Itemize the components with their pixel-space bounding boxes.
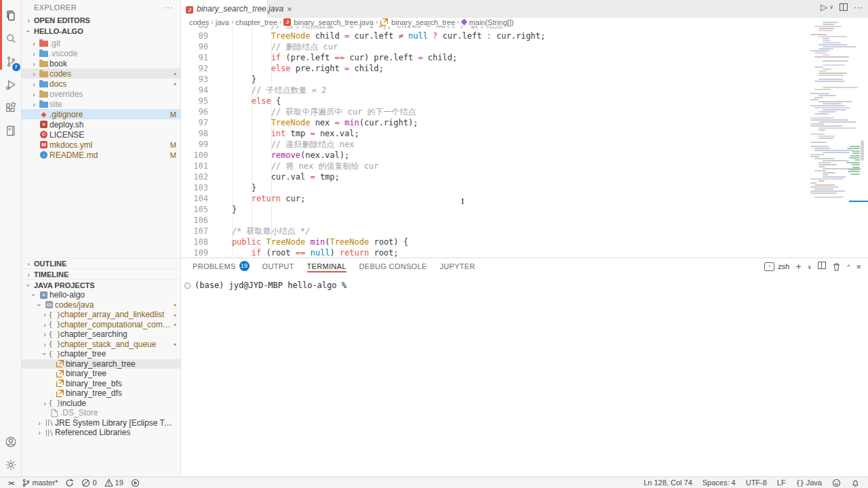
section-timeline[interactable]: › TIMELINE bbox=[22, 268, 180, 279]
close-icon[interactable]: × bbox=[287, 4, 292, 14]
braces-icon: { } bbox=[49, 311, 60, 319]
split-terminal-icon[interactable] bbox=[818, 262, 826, 271]
status-cursor-position[interactable]: Ln 128, Col 74 bbox=[641, 479, 695, 487]
activitybar-search-icon[interactable] bbox=[0, 27, 22, 50]
minimap-highlight-line bbox=[849, 201, 868, 202]
activitybar-source-control-icon[interactable]: 7 bbox=[0, 50, 22, 73]
kill-terminal-icon[interactable] bbox=[832, 262, 841, 271]
tree-item-jre-system-library-eclipse-temurin-17-17[interactable]: ›JRE System Library [Eclipse Temurin 17 … bbox=[22, 418, 180, 428]
breadcrumb-item-codes[interactable]: codes bbox=[189, 18, 209, 26]
breadcrumb-item-main-string[interactable]: main(String[]) bbox=[462, 18, 514, 26]
chevron-right-icon: › bbox=[30, 80, 38, 88]
chevron-right-icon: › bbox=[30, 90, 38, 98]
tree-item-binary-tree[interactable]: ›binary_tree bbox=[22, 369, 180, 379]
section-outline[interactable]: › OUTLINE bbox=[22, 258, 180, 268]
terminal-prompt: (base) jyd@JYD-MBP hello-algo % bbox=[195, 281, 347, 290]
breadcrumb-item-java[interactable]: java bbox=[216, 18, 229, 26]
tree-item-codes[interactable]: ›codes● bbox=[22, 68, 180, 79]
tree-item-label: JRE System Library [Eclipse Temurin 17 [… bbox=[55, 418, 176, 428]
tree-item-license[interactable]: ›©LICENSE bbox=[22, 129, 180, 140]
status-sync[interactable] bbox=[62, 479, 77, 487]
close-panel-icon[interactable]: × bbox=[856, 262, 861, 272]
tree-item-ds-store[interactable]: ›.DS_Store bbox=[22, 408, 180, 418]
tree-item-gitignore[interactable]: ›◆.gitignoreM bbox=[22, 109, 180, 119]
panel-tab-output[interactable]: OUTPUT bbox=[262, 258, 294, 274]
tree-item-codes-java[interactable]: ›▭codes/java● bbox=[22, 300, 180, 310]
editor-actions: ▷ ∨ ··· bbox=[821, 2, 863, 12]
code-text: else { bbox=[208, 96, 281, 106]
more-actions-icon[interactable]: ··· bbox=[163, 3, 174, 12]
breadcrumb-item-binary-search-tree-java[interactable]: Jbinary_search_tree.java bbox=[283, 18, 373, 26]
status-feedback[interactable] bbox=[829, 479, 844, 487]
tree-item-deploy-sh[interactable]: ›>deploy.sh bbox=[22, 119, 180, 129]
activitybar-notebook-icon[interactable] bbox=[0, 119, 22, 142]
panel-tab-debug-console[interactable]: DEBUG CONSOLE bbox=[359, 258, 427, 274]
activitybar-run-and-debug-icon[interactable] bbox=[0, 73, 22, 96]
tree-item-overrides[interactable]: ›overrides bbox=[22, 89, 180, 99]
tree-item-site[interactable]: ›site bbox=[22, 99, 180, 109]
status-indentation[interactable]: Spaces: 4 bbox=[700, 479, 738, 487]
tree-item-include[interactable]: ›{ }include bbox=[22, 399, 180, 409]
launch-profile-icon[interactable]: ∨ bbox=[808, 262, 812, 271]
minimap-match-mark bbox=[852, 152, 860, 154]
activitybar-explorer-icon[interactable] bbox=[0, 4, 22, 27]
tree-item-book[interactable]: ›book bbox=[22, 58, 180, 68]
shell-label[interactable]: zsh bbox=[778, 262, 789, 270]
minimap[interactable] bbox=[808, 22, 861, 205]
tree-item-binary-tree-dfs[interactable]: ›binary_tree_dfs bbox=[22, 388, 180, 399]
tree-item-chapter-stack-and-queue[interactable]: ›{ }chapter_stack_and_queue● bbox=[22, 340, 180, 350]
class-icon bbox=[54, 359, 66, 368]
activitybar-settings-icon[interactable] bbox=[0, 453, 22, 476]
section-root-folder[interactable]: › HELLO-ALGO bbox=[22, 26, 180, 37]
activitybar-extensions-icon[interactable] bbox=[0, 96, 22, 119]
tree-item-git[interactable]: ›.git bbox=[22, 38, 180, 48]
run-button[interactable]: ▷ bbox=[821, 2, 827, 12]
status-errors[interactable]: 0 bbox=[79, 479, 99, 487]
status-encoding[interactable]: UTF-8 bbox=[743, 479, 770, 487]
line-number: 95 bbox=[181, 96, 208, 106]
section-java-projects[interactable]: › JAVA PROJECTS bbox=[22, 279, 180, 290]
terminal[interactable]: (base) jyd@JYD-MBP hello-algo % bbox=[181, 274, 868, 290]
breadcrumb-item-chapter-tree[interactable]: chapter_tree bbox=[235, 18, 277, 26]
chevron-right-icon: › bbox=[24, 270, 33, 279]
status-eol[interactable]: LF bbox=[774, 479, 789, 487]
tree-item-chapter-tree[interactable]: ›{ }chapter_tree bbox=[22, 349, 180, 359]
editor-group: J binary_search_tree.java × ▷ ∨ ··· code… bbox=[181, 0, 868, 258]
run-dropdown-icon[interactable]: ∨ bbox=[829, 4, 833, 10]
status-debug[interactable] bbox=[128, 479, 142, 487]
tree-item-binary-search-tree[interactable]: ›binary_search_tree bbox=[22, 359, 180, 369]
tree-item-chapter-computational-complexity[interactable]: ›{ }chapter_computational_complexity● bbox=[22, 320, 180, 330]
more-actions-icon[interactable]: ··· bbox=[854, 2, 863, 12]
tree-item-docs[interactable]: ›docs● bbox=[22, 79, 180, 89]
line-number: 91 bbox=[181, 52, 208, 63]
tree-item-binary-tree-bfs[interactable]: ›binary_tree_bfs bbox=[22, 379, 180, 389]
status-git-branch[interactable]: master* bbox=[19, 479, 61, 487]
status-language-mode[interactable]: {}Java bbox=[793, 479, 825, 487]
code-editor[interactable]: 88// 当子结点数量 = 0 / 1 时, child = null / 该子… bbox=[181, 26, 868, 258]
tree-item-hello-algo[interactable]: ›≡hello-algo bbox=[22, 290, 180, 300]
section-open-editors[interactable]: › OPEN EDITORS bbox=[22, 15, 180, 26]
modified-dot-icon: ● bbox=[174, 71, 176, 76]
split-editor-icon[interactable] bbox=[840, 3, 848, 11]
vertical-scrollbar[interactable] bbox=[861, 140, 864, 161]
tree-item-readme-md[interactable]: ›↓README.mdM bbox=[22, 150, 180, 160]
tree-item-vscode[interactable]: ›.vscode bbox=[22, 48, 180, 58]
tree-item-chapter-searching[interactable]: ›{ }chapter_searching bbox=[22, 329, 180, 340]
class-icon bbox=[54, 389, 66, 398]
panel-tab-problems[interactable]: PROBLEMS19 bbox=[193, 258, 250, 274]
tree-item-referenced-libraries[interactable]: ›Referenced Libraries bbox=[22, 428, 180, 438]
tab-label: binary_search_tree.java bbox=[197, 4, 283, 14]
status-warnings[interactable]: 19 bbox=[102, 479, 126, 487]
status-remote[interactable]: >< bbox=[5, 479, 17, 487]
tree-item-chapter-array-and-linkedlist[interactable]: ›{ }chapter_array_and_linkedlist● bbox=[22, 310, 180, 320]
maximize-panel-icon[interactable]: ^ bbox=[847, 262, 850, 271]
tab-binary-search-tree[interactable]: J binary_search_tree.java × bbox=[181, 0, 268, 18]
status-notifications[interactable] bbox=[848, 479, 863, 487]
tree-item-mkdocs-yml[interactable]: ›Mmkdocs.ymlM bbox=[22, 140, 180, 150]
activitybar-account-icon[interactable] bbox=[0, 430, 22, 453]
panel-tab-terminal[interactable]: TERMINAL bbox=[307, 258, 347, 274]
line-number: 94 bbox=[181, 85, 208, 96]
license-icon: © bbox=[38, 131, 50, 138]
panel-tab-jupyter[interactable]: JUPYTER bbox=[439, 258, 475, 274]
new-terminal-icon[interactable]: + bbox=[795, 261, 801, 272]
